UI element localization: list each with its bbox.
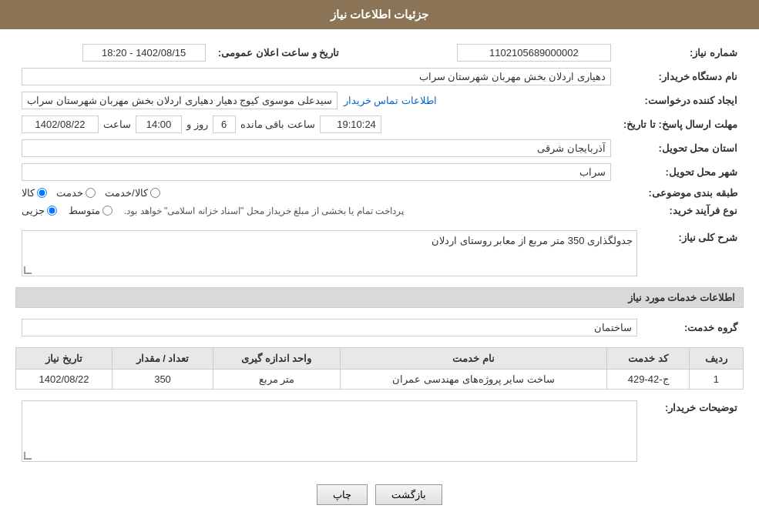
city-label: شهر محل تحویل:	[617, 160, 744, 184]
service-group-table: گروه خدمت: ساختمان	[15, 316, 744, 340]
proc-type-row: پرداخت تمام یا بخشی از مبلغ خریداز محل "…	[22, 205, 611, 216]
service-group-label: گروه خدمت:	[643, 316, 744, 340]
cell-qty-0: 350	[113, 370, 213, 390]
proc-juzyi: جزیی	[22, 205, 57, 216]
proc-mutawasit-label: متوسط	[69, 205, 100, 216]
resize-handle	[24, 266, 32, 274]
category-label: طبقه بندی موضوعی:	[617, 184, 744, 202]
cell-name-0: ساخت سایر پروژه‌های مهندسی عمران	[340, 370, 607, 390]
description-value: جدولگذاری 350 متر مربع از معابر روستای ا…	[432, 235, 633, 246]
cell-code-0: ج-42-429	[607, 370, 689, 390]
cell-row-0: 1	[689, 370, 743, 390]
proc-type-label: نوع فرآیند خرید:	[617, 202, 744, 219]
date-label: تاریخ و ساعت اعلان عمومی:	[212, 41, 346, 65]
services-section-title: اطلاعات خدمات مورد نیاز	[15, 287, 744, 308]
col-code: کد خدمت	[607, 348, 689, 370]
deadline-remaining-label: ساعت باقی مانده	[240, 119, 315, 130]
date-value: 1402/08/15 - 18:20	[82, 44, 206, 62]
service-group-value: ساختمان	[22, 319, 637, 336]
category-kala-label: کالا	[22, 187, 35, 199]
proc-note: پرداخت تمام یا بخشی از مبلغ خریداز محل "…	[124, 206, 404, 216]
notes-resize-handle	[24, 452, 32, 460]
deadline-time-label: ساعت	[103, 119, 131, 130]
back-button[interactable]: بازگشت	[375, 484, 442, 505]
need-number-label: شماره نیاز:	[617, 41, 744, 65]
col-date: تاریخ نیاز	[16, 348, 113, 370]
table-row: 1 ج-42-429 ساخت سایر پروژه‌های مهندسی عم…	[16, 370, 744, 390]
category-radio-kala[interactable]	[37, 188, 47, 198]
city-value: سراب	[22, 163, 611, 181]
deadline-days: 6	[213, 115, 236, 133]
notes-table: توضیحات خریدار:	[15, 397, 744, 465]
description-box: جدولگذاری 350 متر مربع از معابر روستای ا…	[22, 230, 637, 276]
buyer-org-label: نام دستگاه خریدار:	[617, 65, 744, 89]
category-radio-khidmat[interactable]	[86, 188, 96, 198]
cell-date-0: 1402/08/22	[16, 370, 113, 390]
creator-value: سیدعلی موسوی کیوج دهیار دهیاری اردلان بخ…	[22, 92, 338, 109]
category-khidmat-label: خدمت	[56, 187, 83, 199]
category-kala-khidmat: کالا/خدمت	[105, 187, 160, 199]
buyer-org-value: دهیاری اردلان بخش مهربان شهرستان سراب	[22, 68, 611, 85]
page-header: جزئیات اطلاعات نیاز	[0, 0, 759, 29]
deadline-label: مهلت ارسال پاسخ: تا تاریخ:	[617, 112, 744, 136]
description-label: شرح کلی نیاز:	[643, 227, 744, 279]
services-table: ردیف کد خدمت نام خدمت واحد اندازه گیری ت…	[15, 347, 744, 390]
col-row: ردیف	[689, 348, 743, 370]
creator-label: ایجاد کننده درخواست:	[617, 89, 744, 112]
footer-buttons: بازگشت چاپ	[15, 473, 744, 517]
content-area: شماره نیاز: 1102105689000002 تاریخ و ساع…	[0, 29, 759, 528]
proc-radio-juzyi[interactable]	[47, 206, 57, 216]
print-button[interactable]: چاپ	[317, 484, 368, 505]
deadline-time: 14:00	[136, 115, 182, 133]
proc-radio-mutawasit[interactable]	[102, 206, 113, 216]
category-kala-khidmat-label: کالا/خدمت	[105, 187, 148, 199]
category-radio-group: کالا/خدمت خدمت کالا	[22, 187, 611, 199]
basic-info-table: شماره نیاز: 1102105689000002 تاریخ و ساع…	[15, 41, 744, 219]
col-qty: تعداد / مقدار	[113, 348, 213, 370]
deadline-remaining: 19:10:24	[320, 115, 381, 133]
province-label: استان محل تحویل:	[617, 136, 744, 160]
cell-unit-0: متر مربع	[213, 370, 340, 390]
page-title: جزئیات اطلاعات نیاز	[331, 8, 428, 21]
need-number-value: 1102105689000002	[457, 44, 611, 62]
buyer-notes-label: توضیحات خریدار:	[643, 397, 744, 465]
col-unit: واحد اندازه گیری	[213, 348, 340, 370]
proc-juzyi-label: جزیی	[22, 205, 45, 216]
page-wrapper: جزئیات اطلاعات نیاز شماره نیاز: 11021056…	[0, 0, 759, 532]
category-kala: کالا	[22, 187, 47, 199]
category-khidmat: خدمت	[56, 187, 96, 199]
description-table: شرح کلی نیاز: جدولگذاری 350 متر مربع از …	[15, 227, 744, 279]
proc-mutawasit: متوسط	[69, 205, 113, 216]
contact-link[interactable]: اطلاعات تماس خریدار	[344, 95, 437, 106]
buyer-notes-box	[22, 400, 637, 462]
deadline-date: 1402/08/22	[22, 115, 99, 133]
category-radio-kala-khidmat[interactable]	[150, 188, 160, 198]
col-name: نام خدمت	[340, 348, 607, 370]
deadline-days-label: روز و	[186, 119, 208, 130]
province-value: آذربایجان شرقی	[22, 139, 611, 157]
